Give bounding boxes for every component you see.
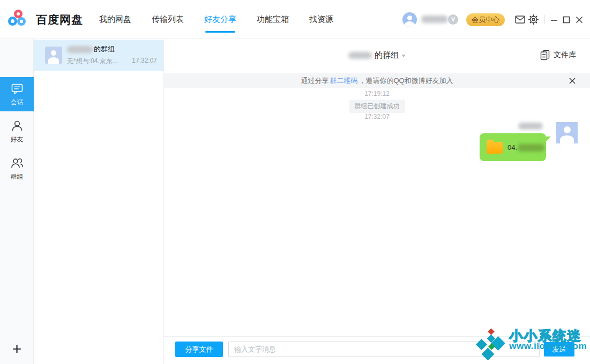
tab-friend-share[interactable]: 好友分享 [204,0,236,39]
chat-header: 的群组 文件库 [164,39,590,71]
main-nav: 我的网盘 传输列表 好友分享 功能宝箱 找资源 [99,0,333,39]
member-center-button[interactable]: 会员中心 [466,13,505,26]
conversation-list: 的群组 无*想与:04.京东... 17:32:07 [34,39,164,364]
sidebar-label-groups: 群组 [11,172,24,181]
tab-my-drive[interactable]: 我的网盘 [99,0,131,39]
file-library-button[interactable]: 文件库 [540,39,576,71]
file-name-redacted [518,144,544,151]
group-name-redacted [67,46,93,53]
share-file-button[interactable]: 分享文件 [175,342,223,357]
user-avatar[interactable] [402,12,417,27]
app-logo: 百度网盘 [8,9,83,31]
chevron-down-icon [401,55,406,57]
sidebar-label-friends: 好友 [11,135,24,144]
person-icon [10,119,24,133]
message-input[interactable] [228,342,540,357]
mail-icon[interactable] [514,15,525,24]
conversation-list-item[interactable]: 的群组 无*想与:04.京东... 17:32:07 [34,40,163,71]
app-title: 百度网盘 [36,12,83,27]
banner-text-suffix: ，邀请你的QQ和微博好友加入 [359,76,453,86]
banner-close-icon[interactable] [569,77,576,85]
minimize-button[interactable] [550,15,558,24]
app-header: 百度网盘 我的网盘 传输列表 好友分享 功能宝箱 找资源 V 会员中心 [0,0,590,39]
chat-title-dropdown[interactable]: 的群组 [164,39,590,71]
chat-title-suffix: 的群组 [375,50,399,60]
tab-find-resources[interactable]: 找资源 [309,0,333,39]
group-icon [10,156,24,170]
close-button[interactable] [575,15,584,24]
message-sender-avatar[interactable] [556,122,578,143]
conversation-preview: 无*想与:04.京东... [67,57,118,66]
sender-name-redacted [518,123,543,130]
bubble-tail [546,136,551,142]
send-button[interactable]: 发送 [544,342,574,357]
system-message: 群组已创建成功 [349,100,405,113]
sidebar-item-conversations[interactable]: 会话 [0,77,34,111]
file-library-label: 文件库 [554,50,576,60]
shared-file-message[interactable]: 04. [480,133,546,161]
banner-text-prefix: 通过分享 [301,76,328,86]
settings-gear-icon[interactable] [528,14,539,25]
timestamp: 17:32:07 [164,113,590,120]
conversation-title: 的群组 [67,44,115,54]
folder-icon [487,142,503,154]
chat-group-name-redacted [348,52,372,59]
tab-toolbox[interactable]: 功能宝箱 [257,0,289,39]
maximize-button[interactable] [562,15,571,24]
timestamp: 17:19:12 [164,90,590,97]
tab-transfer-list[interactable]: 传输列表 [152,0,184,39]
group-qr-code-link[interactable]: 群二维码 [330,76,357,86]
conversation-time: 17:32:07 [132,57,157,64]
add-button[interactable]: + [0,340,34,358]
sidebar-item-friends[interactable]: 好友 [0,115,34,147]
group-avatar [45,47,62,64]
username-redacted [421,16,448,23]
sidebar-item-groups[interactable]: 群组 [0,153,34,185]
file-library-icon [540,50,550,60]
message-composer: 分享文件 发送 [164,336,590,364]
left-icon-rail: 会话 好友 群组 + [0,39,34,364]
shared-file-name: 04. [507,143,544,151]
vip-badge-icon[interactable]: V [448,14,458,25]
qr-invite-banner: 通过分享 群二维码 ，邀请你的QQ和微博好友加入 [164,73,590,88]
chat-bubble-icon [10,82,24,96]
baidu-netdisk-logo-icon [8,9,29,31]
header-separator [544,15,545,24]
chat-panel: 的群组 文件库 通过分享 群二维码 ，邀请你的QQ和微博好友加入 [164,39,590,364]
sidebar-label-conversations: 会话 [11,98,24,107]
system-message-row: 群组已创建成功 [164,100,590,113]
